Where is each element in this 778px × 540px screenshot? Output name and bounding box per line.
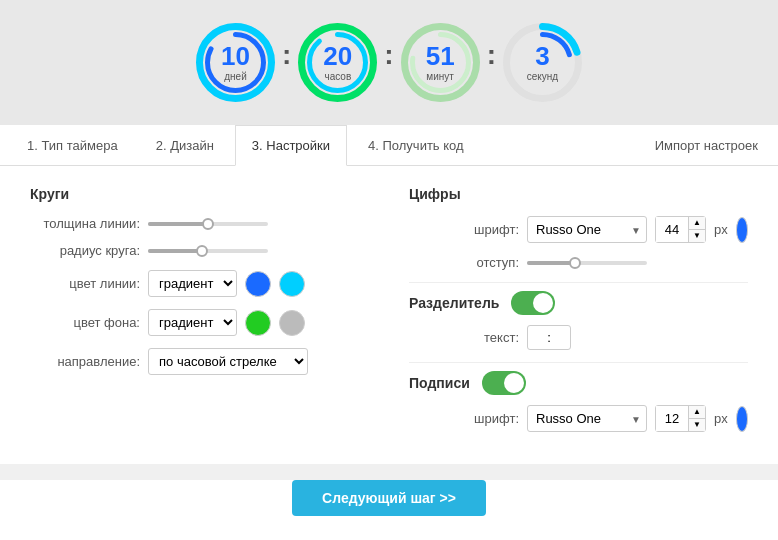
digits-font-select[interactable]: Russo One bbox=[527, 216, 647, 243]
divider-1 bbox=[409, 282, 748, 283]
separator-toggle[interactable] bbox=[511, 291, 555, 315]
digits-title: Цифры bbox=[409, 186, 748, 202]
next-button-container: Следующий шаг >> bbox=[0, 480, 778, 540]
captions-font-select[interactable]: Russo One bbox=[527, 405, 647, 432]
colon-1: : bbox=[282, 39, 291, 71]
direction-row: направление: по часовой стрелке против ч… bbox=[30, 348, 369, 375]
tab-settings[interactable]: 3. Настройки bbox=[235, 125, 347, 166]
days-value: 10 bbox=[221, 43, 250, 69]
minutes-label: минут bbox=[426, 71, 454, 82]
separator-header-row: Разделитель bbox=[409, 291, 748, 315]
tab-design[interactable]: 2. Дизайн bbox=[139, 125, 231, 165]
digits-offset-label: отступ: bbox=[409, 255, 519, 270]
timer-hours-circle: 20 часов bbox=[295, 20, 380, 105]
captions-title: Подписи bbox=[409, 375, 470, 391]
line-color-swatch-1[interactable] bbox=[245, 271, 271, 297]
bg-color-label: цвет фона: bbox=[30, 315, 140, 330]
separator-text-label: текст: bbox=[409, 330, 519, 345]
separator-text-row: текст: bbox=[409, 325, 748, 350]
bg-color-select[interactable]: градиент bbox=[148, 309, 237, 336]
minutes-value: 51 bbox=[426, 43, 455, 69]
line-thickness-slider[interactable] bbox=[148, 222, 268, 226]
line-thickness-row: толщина линии: bbox=[30, 216, 369, 231]
digits-font-size-spinner[interactable]: ▲ ▼ bbox=[655, 216, 706, 243]
captions-font-size-input[interactable] bbox=[656, 406, 688, 431]
captions-px-label: px bbox=[714, 411, 728, 426]
digits-offset-slider[interactable] bbox=[527, 261, 647, 265]
digits-color-swatch[interactable] bbox=[736, 217, 748, 243]
next-step-button[interactable]: Следующий шаг >> bbox=[292, 480, 486, 516]
captions-toggle-knob bbox=[504, 373, 524, 393]
direction-label: направление: bbox=[30, 354, 140, 369]
timer-days-circle: 10 дней bbox=[193, 20, 278, 105]
captions-toggle[interactable] bbox=[482, 371, 526, 395]
divider-2 bbox=[409, 362, 748, 363]
digits-px-label: px bbox=[714, 222, 728, 237]
captions-font-label: шрифт: bbox=[409, 411, 519, 426]
timer-minutes-circle: 51 минут bbox=[398, 20, 483, 105]
digits-font-label: шрифт: bbox=[409, 222, 519, 237]
captions-font-size-down[interactable]: ▼ bbox=[689, 419, 705, 431]
separator-title: Разделитель bbox=[409, 295, 499, 311]
captions-font-size-spinner[interactable]: ▲ ▼ bbox=[655, 405, 706, 432]
captions-header-row: Подписи bbox=[409, 371, 748, 395]
colon-3: : bbox=[487, 39, 496, 71]
tabs-bar: 1. Тип таймера 2. Дизайн 3. Настройки 4.… bbox=[0, 125, 778, 166]
digits-font-size-down[interactable]: ▼ bbox=[689, 230, 705, 242]
import-settings-link[interactable]: Импорт настроек bbox=[645, 126, 768, 165]
captions-font-row: шрифт: Russo One ▼ ▲ ▼ px bbox=[409, 405, 748, 432]
circle-radius-label: радиус круга: bbox=[30, 243, 140, 258]
line-color-row: цвет линии: градиент bbox=[30, 270, 369, 297]
separator-toggle-knob bbox=[533, 293, 553, 313]
line-color-label: цвет линии: bbox=[30, 276, 140, 291]
tab-code[interactable]: 4. Получить код bbox=[351, 125, 481, 165]
timer-seconds-circle: 3 секунд bbox=[500, 20, 585, 105]
circle-radius-slider[interactable] bbox=[148, 249, 268, 253]
circles-panel: Круги толщина линии: радиус круга: цвет … bbox=[30, 186, 369, 444]
circles-title: Круги bbox=[30, 186, 369, 202]
captions-font-size-up[interactable]: ▲ bbox=[689, 406, 705, 419]
line-color-select[interactable]: градиент bbox=[148, 270, 237, 297]
right-panel: Цифры шрифт: Russo One ▼ ▲ ▼ px отсту bbox=[409, 186, 748, 444]
digits-font-size-up[interactable]: ▲ bbox=[689, 217, 705, 230]
circle-radius-row: радиус круга: bbox=[30, 243, 369, 258]
timer-section: 10 дней : 20 часов : bbox=[0, 0, 778, 125]
main-content: Круги толщина линии: радиус круга: цвет … bbox=[0, 166, 778, 464]
captions-color-swatch[interactable] bbox=[736, 406, 748, 432]
digits-offset-row: отступ: bbox=[409, 255, 748, 270]
bg-color-swatch-2[interactable] bbox=[279, 310, 305, 336]
line-thickness-label: толщина линии: bbox=[30, 216, 140, 231]
seconds-value: 3 bbox=[535, 43, 549, 69]
hours-label: часов bbox=[324, 71, 351, 82]
bg-color-row: цвет фона: градиент bbox=[30, 309, 369, 336]
bg-color-swatch-1[interactable] bbox=[245, 310, 271, 336]
hours-value: 20 bbox=[323, 43, 352, 69]
tab-type[interactable]: 1. Тип таймера bbox=[10, 125, 135, 165]
seconds-label: секунд bbox=[527, 71, 558, 82]
days-label: дней bbox=[224, 71, 247, 82]
digits-font-size-input[interactable] bbox=[656, 217, 688, 242]
colon-2: : bbox=[384, 39, 393, 71]
line-color-swatch-2[interactable] bbox=[279, 271, 305, 297]
digits-font-row: шрифт: Russo One ▼ ▲ ▼ px bbox=[409, 216, 748, 243]
separator-text-input[interactable] bbox=[527, 325, 571, 350]
direction-select[interactable]: по часовой стрелке против часовой стрелк… bbox=[148, 348, 308, 375]
